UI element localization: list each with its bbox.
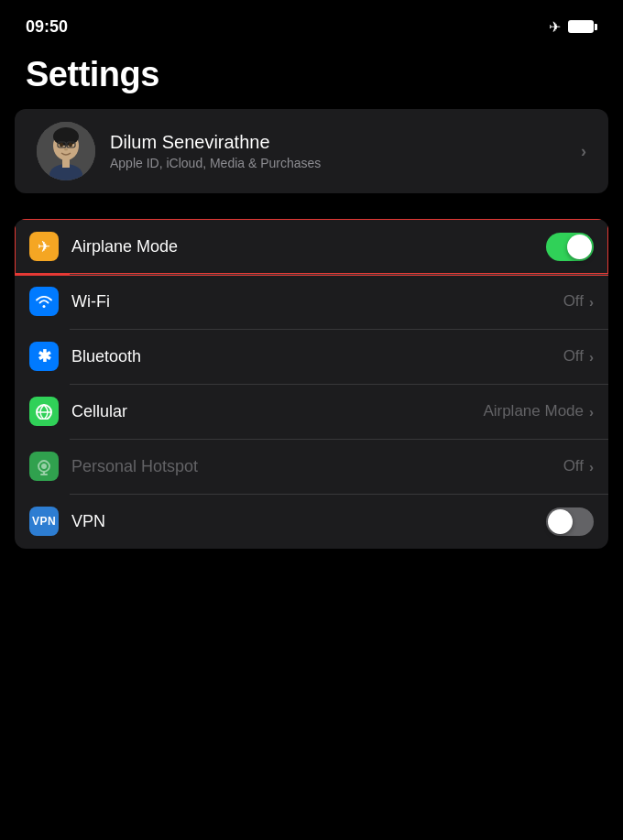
status-icons: ✈ <box>549 18 597 36</box>
settings-row-personal-hotspot[interactable]: Personal Hotspot Off › <box>15 439 608 494</box>
battery-tip <box>595 24 597 30</box>
vpn-icon: VPN <box>29 507 59 536</box>
settings-group-connectivity: ✈ Airplane Mode Wi-Fi Off › ✱ Bluetooth … <box>15 219 608 549</box>
settings-row-wifi[interactable]: Wi-Fi Off › <box>15 274 608 329</box>
settings-row-vpn[interactable]: VPN VPN <box>15 494 608 549</box>
profile-name: Dilum Senevirathne <box>110 132 581 153</box>
profile-subtitle: Apple ID, iCloud, Media & Purchases <box>110 156 581 170</box>
settings-row-airplane-mode[interactable]: ✈ Airplane Mode <box>15 219 608 274</box>
page-title: Settings <box>0 46 623 109</box>
status-time: 09:50 <box>26 17 68 37</box>
airplane-mode-icon: ✈ <box>29 232 59 261</box>
vpn-toggle-thumb <box>548 509 573 534</box>
vpn-label: VPN <box>71 512 546 531</box>
settings-row-bluetooth[interactable]: ✱ Bluetooth Off › <box>15 329 608 384</box>
airplane-mode-status-icon: ✈ <box>549 18 561 36</box>
avatar <box>37 122 95 180</box>
profile-section[interactable]: Dilum Senevirathne Apple ID, iCloud, Med… <box>15 109 608 193</box>
personal-hotspot-value: Off <box>563 457 584 475</box>
wifi-value: Off <box>563 292 584 311</box>
profile-chevron-icon: › <box>581 142 586 161</box>
personal-hotspot-chevron-icon: › <box>589 459 594 475</box>
settings-row-cellular[interactable]: Cellular Airplane Mode › <box>15 384 608 439</box>
toggle-thumb <box>567 235 592 259</box>
cellular-label: Cellular <box>71 402 483 421</box>
cellular-value: Airplane Mode <box>483 402 584 420</box>
bluetooth-icon: ✱ <box>29 342 59 371</box>
personal-hotspot-icon <box>29 452 59 481</box>
battery-body <box>568 20 594 33</box>
personal-hotspot-label: Personal Hotspot <box>71 457 563 476</box>
cellular-icon <box>29 397 59 426</box>
vpn-toggle[interactable] <box>546 507 594 536</box>
cellular-chevron-icon: › <box>589 404 594 420</box>
wifi-icon <box>29 287 59 316</box>
bluetooth-value: Off <box>563 347 584 365</box>
status-bar: 09:50 ✈ <box>0 0 623 46</box>
svg-point-3 <box>60 143 63 147</box>
wifi-label: Wi-Fi <box>71 292 563 311</box>
svg-rect-10 <box>62 158 70 168</box>
profile-info: Dilum Senevirathne Apple ID, iCloud, Med… <box>110 132 581 170</box>
bluetooth-chevron-icon: › <box>589 349 594 365</box>
wifi-chevron-icon: › <box>589 294 594 310</box>
battery-icon <box>568 20 597 33</box>
svg-point-4 <box>69 143 72 147</box>
bluetooth-label: Bluetooth <box>71 347 563 366</box>
airplane-mode-label: Airplane Mode <box>71 237 546 256</box>
airplane-mode-toggle[interactable] <box>546 233 594 261</box>
svg-point-5 <box>64 148 68 151</box>
